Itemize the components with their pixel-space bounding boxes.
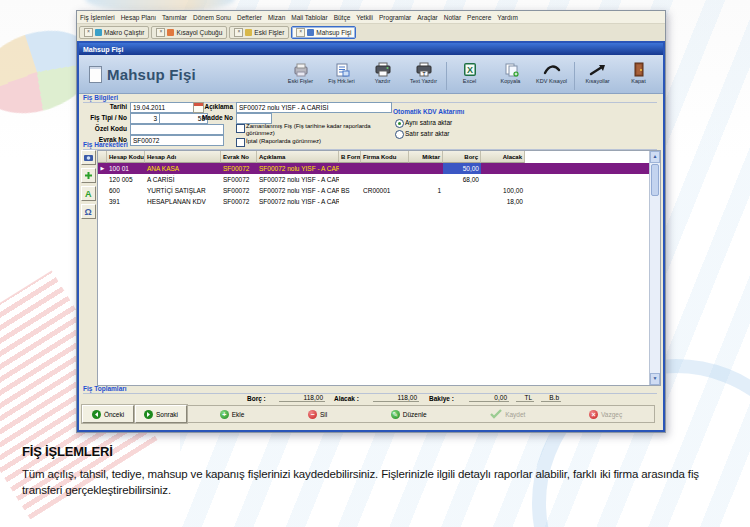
table-row[interactable]: 391HESAPLANAN KDVSF00072SF00072 nolu YIS…	[98, 196, 649, 207]
menu-item[interactable]: Hesap Planı	[121, 14, 156, 21]
menu-item[interactable]: Pencere	[467, 14, 491, 21]
close-tab-icon[interactable]: ×	[296, 28, 305, 37]
table-cell[interactable]: SF00072 nolu YISF - A CARİSİ	[257, 196, 339, 207]
table-cell[interactable]: SF00072	[221, 185, 257, 196]
kaydet-button[interactable]: Kaydet	[490, 409, 525, 419]
kopyala-button[interactable]: Kopyala	[490, 58, 531, 84]
plus-button[interactable]	[81, 168, 96, 183]
scrollbar-thumb[interactable]	[651, 164, 659, 196]
fi-hrk-leri-button[interactable]: Fiş Hrk.leri	[321, 58, 362, 84]
table-cell[interactable]: BS	[339, 185, 361, 196]
scroll-up-icon[interactable]: ▲	[650, 151, 660, 163]
table-cell[interactable]	[361, 196, 409, 207]
text-yazd-r-button[interactable]: TText Yazdır	[403, 58, 444, 84]
menu-item[interactable]: Fiş İşlemleri	[80, 14, 115, 21]
menu-item[interactable]: Notlar	[444, 14, 461, 21]
table-cell[interactable]: HESAPLANAN KDV	[145, 196, 221, 207]
table-cell[interactable]: 18,00	[481, 196, 525, 207]
table-cell[interactable]	[361, 174, 409, 185]
row-selector[interactable]	[98, 185, 107, 196]
ekle-button[interactable]: +Ekle	[220, 410, 245, 419]
table-cell[interactable]	[481, 163, 525, 174]
table-cell[interactable]: 600	[107, 185, 145, 196]
table-row[interactable]: 120 005A CARİSİSF00072SF00072 nolu YISF …	[98, 174, 649, 185]
vazgec-button[interactable]: ×Vazgeç	[589, 410, 622, 419]
table-cell[interactable]	[443, 185, 481, 196]
column-header[interactable]: Miktar	[409, 151, 443, 163]
menu-item[interactable]: Defterler	[237, 14, 262, 21]
kapat-button[interactable]: Kapat	[618, 58, 659, 84]
table-cell[interactable]: SF00072	[221, 174, 257, 185]
duzenle-button[interactable]: ✎Düzenle	[391, 410, 427, 419]
vertical-scrollbar[interactable]: ▲ ▼	[649, 151, 660, 385]
table-cell[interactable]: 100,00	[481, 185, 525, 196]
column-header[interactable]: Hesap Adı	[145, 151, 221, 163]
menu-item[interactable]: Programlar	[379, 14, 411, 21]
aciklama-input[interactable]: SF00072 nolu YISF - A CARİSİ	[236, 102, 392, 113]
table-cell[interactable]: 68,00	[443, 174, 481, 185]
scroll-down-icon[interactable]: ▼	[650, 373, 660, 385]
menu-item[interactable]: Yardım	[497, 14, 517, 21]
table-cell[interactable]: CR00001	[361, 185, 409, 196]
table-cell[interactable]: YURTİÇİ SATIŞLAR	[145, 185, 221, 196]
tarihi-input[interactable]: 19.04.2011	[130, 102, 194, 113]
eski-fi-ler-button[interactable]: Eski Fişler	[280, 58, 321, 84]
table-cell[interactable]	[443, 196, 481, 207]
table-cell[interactable]: A CARİSİ	[145, 174, 221, 185]
k-sayollar-button[interactable]: Kısayollar	[577, 58, 618, 84]
close-tab-icon[interactable]: ×	[156, 28, 165, 37]
menu-item[interactable]: Bütçe	[334, 14, 351, 21]
tab-mahsup-fi-i[interactable]: ×Mahsup Fişi	[291, 26, 356, 39]
ayni-satira-aktar-radio[interactable]	[395, 119, 404, 128]
column-header[interactable]: Hesap Kodu	[107, 151, 145, 163]
camera-button[interactable]	[81, 150, 96, 165]
table-cell[interactable]: SF00072 nolu YISF - A CARİSİ	[257, 163, 339, 174]
close-tab-icon[interactable]: ×	[234, 28, 243, 37]
table-cell[interactable]	[409, 196, 443, 207]
menu-item[interactable]: Araçlar	[417, 14, 438, 21]
sil-button[interactable]: −Sil	[308, 410, 327, 419]
column-header[interactable]: Alacak	[481, 151, 525, 163]
menu-item[interactable]: Yetkili	[356, 14, 373, 21]
menu-item[interactable]: Mali Tablolar	[291, 14, 327, 21]
table-cell[interactable]: ANA KASA	[145, 163, 221, 174]
tab-eski-fi-ler[interactable]: ×Eski Fişler	[229, 26, 289, 39]
ozel-kodu-input[interactable]	[130, 124, 224, 135]
table-cell[interactable]: 50,00	[443, 163, 481, 174]
table-cell[interactable]	[481, 174, 525, 185]
table-row[interactable]: ▶100 01ANA KASASF00072SF00072 nolu YISF …	[98, 163, 649, 174]
column-header[interactable]: Evrak No	[221, 151, 257, 163]
menu-item[interactable]: Mizan	[268, 14, 285, 21]
table-cell[interactable]	[361, 163, 409, 174]
menu-item[interactable]: Dönem Sonu	[193, 14, 231, 21]
table-cell[interactable]	[339, 163, 361, 174]
table-cell[interactable]: SF00072 nolu YISF - A CARİSİ	[257, 174, 339, 185]
table-cell[interactable]	[409, 163, 443, 174]
column-header[interactable]: Açıklama	[257, 151, 339, 163]
close-tab-icon[interactable]: ×	[84, 28, 93, 37]
menu-item[interactable]: Tanımlar	[162, 14, 187, 21]
tab-k-sayol-ubu-u[interactable]: ×Kısayol Çubuğu	[151, 26, 227, 39]
table-cell[interactable]	[339, 196, 361, 207]
table-cell[interactable]	[339, 174, 361, 185]
column-header[interactable]: Borç	[443, 151, 481, 163]
table-cell[interactable]	[409, 174, 443, 185]
table-cell[interactable]: SF00072 nolu YISF - A CARİSİ	[257, 185, 339, 196]
row-selector[interactable]	[98, 174, 107, 185]
table-cell[interactable]: SF00072	[221, 196, 257, 207]
table-row[interactable]: 600YURTİÇİ SATIŞLARSF00072SF00072 nolu Y…	[98, 185, 649, 196]
row-selector[interactable]	[98, 196, 107, 207]
excel-button[interactable]: XExcel	[449, 58, 490, 84]
yazd-r-button[interactable]: Yazdır	[362, 58, 403, 84]
onceki-button[interactable]: Önceki	[82, 405, 134, 423]
column-header[interactable]: Firma Kodu	[361, 151, 409, 163]
kdv-k-sayol-button[interactable]: KDV Kısayol	[531, 58, 572, 84]
tab-makro-al-t-r[interactable]: ×Makro Çalıştır	[79, 26, 149, 39]
table-cell[interactable]: 100 01	[107, 163, 145, 174]
table-cell[interactable]: 1	[409, 185, 443, 196]
letter-a-button[interactable]: A	[81, 186, 96, 201]
table-cell[interactable]: SF00072	[221, 163, 257, 174]
fis-tipi-input[interactable]: 3	[130, 113, 160, 124]
sonraki-button[interactable]: Sonraki	[135, 405, 187, 423]
omega-button[interactable]: Ω	[81, 204, 96, 219]
